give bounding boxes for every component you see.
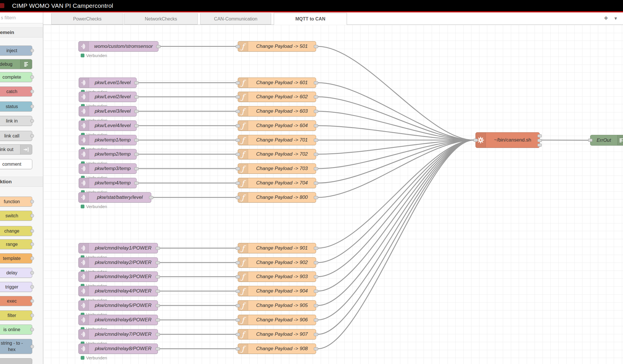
input-port[interactable] (236, 167, 240, 170)
palette-node-port[interactable] (30, 90, 34, 93)
input-port[interactable] (236, 247, 240, 250)
palette-node-port[interactable] (30, 105, 34, 108)
wire-f908-to-exec[interactable] (318, 140, 474, 349)
input-port[interactable] (236, 45, 240, 48)
flow-node-f703[interactable]: ƒChange Payload -> 703 (238, 163, 316, 174)
palette-node-port[interactable] (30, 328, 34, 331)
input-port[interactable] (473, 139, 478, 142)
palette-node-inject[interactable]: inject (0, 46, 32, 56)
palette-node-debug[interactable]: debug (0, 59, 32, 69)
flow-node-f903[interactable]: ƒChange Payload -> 903 (238, 271, 316, 282)
wire-exec-to-errout[interactable] (541, 140, 588, 140)
flow-node-m-r6[interactable]: pkw/cmnd/relay6/POWER (78, 315, 158, 325)
flow-node-errout[interactable]: ErrOut (590, 135, 623, 146)
input-port[interactable] (236, 347, 240, 350)
input-port[interactable] (236, 304, 240, 307)
palette-node-function[interactable]: function (0, 197, 32, 207)
output-port[interactable] (314, 124, 318, 127)
palette-node-switch[interactable]: switch (0, 211, 32, 221)
flow-node-f603[interactable]: ƒChange Payload -> 603 (238, 106, 316, 116)
tab-can-communication[interactable]: CAN-Communication (200, 13, 271, 24)
palette-node-port[interactable] (30, 345, 34, 348)
output-port[interactable] (156, 333, 160, 336)
palette-node-string-to-hex[interactable]: string - to - hex (0, 339, 32, 354)
palette-node-catch[interactable]: catch (0, 86, 32, 97)
flow-node-m-t3[interactable]: pkw/temp3/temp (79, 163, 137, 174)
palette-node-port[interactable] (30, 314, 34, 317)
flow-node-f704[interactable]: ƒChange Payload -> 704 (238, 178, 316, 188)
flow-node-m-r8[interactable]: pkw/cmnd/relay8/POWER (78, 344, 158, 354)
input-port[interactable] (236, 275, 240, 278)
palette-node-delay[interactable]: delay (0, 268, 32, 278)
palette-node-trigger[interactable]: trigger (0, 282, 32, 292)
output-port[interactable] (314, 247, 318, 250)
output-port[interactable] (314, 182, 318, 185)
output-port[interactable] (134, 81, 139, 84)
output-port[interactable] (134, 95, 139, 99)
input-port[interactable] (236, 95, 240, 99)
output-port[interactable] (149, 196, 153, 199)
flow-node-f906[interactable]: ƒChange Payload -> 906 (238, 315, 316, 325)
flow-node-m-r3[interactable]: pkw/cmnd/relay3/POWER (78, 271, 158, 282)
output-port[interactable] (156, 275, 160, 278)
output-port-0[interactable] (537, 134, 542, 137)
palette-node-port[interactable] (30, 257, 34, 260)
flow-node-f902[interactable]: ƒChange Payload -> 902 (238, 257, 316, 268)
flow-node-f702[interactable]: ƒChange Payload -> 702 (238, 149, 316, 159)
wire-f601-to-exec[interactable] (318, 83, 474, 140)
output-port[interactable] (314, 153, 318, 156)
palette-node-exec[interactable]: exec (0, 296, 32, 306)
output-port[interactable] (314, 167, 318, 170)
flow-node-m-t1[interactable]: pkw/temp1/temp (79, 135, 137, 145)
flow-node-m-r4[interactable]: pkw/cmnd/relay4/POWER (78, 286, 158, 296)
output-port[interactable] (314, 304, 318, 307)
output-port[interactable] (314, 290, 318, 293)
output-port[interactable] (314, 347, 318, 350)
output-port-2[interactable] (537, 144, 542, 147)
input-port[interactable] (236, 124, 240, 127)
tab-mqtt-to-can[interactable]: MQTT to CAN (274, 13, 347, 25)
tab-networkchecks[interactable]: NetworkChecks (124, 13, 198, 24)
output-port[interactable] (134, 153, 139, 156)
palette-node-port[interactable] (30, 49, 34, 52)
flow-node-f602[interactable]: ƒChange Payload -> 602 (238, 92, 316, 102)
palette-node-template[interactable]: template (0, 253, 32, 263)
flow-node-f604[interactable]: ƒChange Payload -> 604 (238, 120, 316, 131)
flow-node-m-t2[interactable]: pkw/temp2/temp (79, 149, 137, 159)
palette-node-port[interactable] (30, 299, 34, 303)
input-port[interactable] (236, 196, 240, 199)
output-port[interactable] (134, 139, 139, 142)
flow-node-m-r5[interactable]: pkw/cmnd/relay5/POWER (78, 300, 158, 311)
flow-node-m-l4[interactable]: pkw/Level4/level (79, 120, 137, 131)
output-port[interactable] (314, 45, 318, 48)
output-port[interactable] (314, 196, 318, 199)
output-port[interactable] (156, 261, 160, 264)
palette-node-range[interactable]: range (0, 239, 32, 249)
input-port[interactable] (236, 290, 240, 293)
flow-node-m-l3[interactable]: pkw/Level3/level (79, 106, 137, 116)
tab-powerchecks[interactable]: PowerChecks (51, 13, 123, 24)
add-flow-button[interactable]: + (604, 12, 608, 24)
palette-node-port[interactable] (30, 134, 34, 138)
output-port[interactable] (314, 139, 318, 142)
output-port[interactable] (156, 304, 160, 307)
flow-node-f800[interactable]: ƒChange Payload -> 800 (238, 192, 316, 203)
palette-node-link-out[interactable]: link out (0, 144, 32, 154)
palette-node-port[interactable] (30, 271, 34, 275)
palette-node-link-in[interactable]: link in (0, 116, 32, 126)
output-port[interactable] (314, 95, 318, 99)
wire-f704-to-exec[interactable] (318, 140, 474, 183)
wire-f904-to-exec[interactable] (318, 140, 474, 291)
output-port[interactable] (314, 333, 318, 336)
palette-node-comment[interactable]: comment (0, 159, 32, 169)
input-port[interactable] (236, 333, 240, 336)
output-port[interactable] (156, 347, 160, 350)
palette-node-filter[interactable]: filter (0, 310, 32, 320)
wire-f903-to-exec[interactable] (318, 140, 474, 277)
palette-node-complete[interactable]: complete (0, 72, 32, 82)
flow-node-m-l1[interactable]: pkw/Level1/level (79, 78, 137, 88)
palette-node-blank[interactable] (0, 358, 32, 364)
output-port[interactable] (314, 318, 318, 322)
output-port[interactable] (156, 247, 160, 250)
flow-node-f905[interactable]: ƒChange Payload -> 905 (238, 300, 316, 311)
